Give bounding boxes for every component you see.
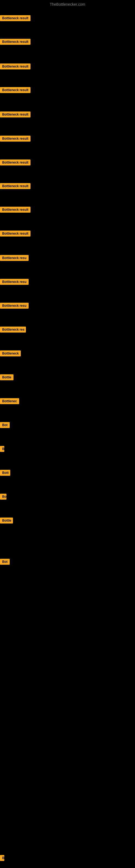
site-title-text: TheBottlenecker.com [50,2,85,6]
bottleneck-badge: Bottleneck result [0,15,31,21]
bottleneck-result-item: Bottleneck [0,350,21,358]
bottleneck-badge: Bottleneck result [0,112,31,118]
bottleneck-badge: Bottleneck result [0,39,31,45]
bottleneck-result-item: Bottle [0,518,13,525]
bottleneck-badge: Bottleneck result [0,230,31,237]
bottleneck-badge: Bo [0,494,6,500]
bottleneck-badge: B [0,446,4,452]
bottleneck-badge: Bottle [0,374,13,380]
bottleneck-badge: Bottle [0,518,13,524]
bottleneck-result-item: Bottleneck result [0,39,31,46]
bottleneck-badge: Bottleneck result [0,135,31,142]
bottleneck-badge: Bottleneck result [0,183,31,189]
bottleneck-result-item: Bottleneck result [0,135,31,143]
bottleneck-badge: Bottleneck res [0,327,26,333]
bottleneck-result-item: Bot [0,422,10,429]
bottleneck-result-item: Bottleneck result [0,230,31,238]
bottleneck-result-item: Bottle [0,374,13,381]
bottleneck-badge: Bot [0,559,10,565]
bottleneck-result-item: Bottleneck res [0,327,26,334]
bottleneck-badge: Bottleneck result [0,207,31,213]
bottleneck-badge: Bot [0,422,10,428]
bottleneck-result-item: Bottleneck resu [0,303,29,310]
bottleneck-badge: Bottleneck result [0,87,31,93]
bottleneck-badge: Bottlenec [0,398,19,404]
bottleneck-result-item: Bottleneck resu [0,255,29,262]
bottleneck-result-item: Bottleneck result [0,63,31,70]
bottleneck-badge: Bottleneck [0,350,21,356]
bottleneck-badge: Bottleneck result [0,159,31,165]
bottleneck-badge: Bottleneck resu [0,303,29,309]
bottleneck-badge: Bottleneck result [0,63,31,69]
bottleneck-result-item: Bo [0,494,6,501]
bottleneck-result-item: B [0,855,4,862]
bottleneck-result-item: Bottleneck result [0,87,31,94]
bottleneck-result-item: Bot [0,559,10,566]
bottleneck-badge: B [0,855,4,861]
bottleneck-badge: Bottleneck resu [0,279,29,285]
bottleneck-result-item: B [0,446,4,453]
bottleneck-result-item: Bottleneck result [0,183,31,190]
bottleneck-result-item: Bottleneck result [0,159,31,166]
bottleneck-result-item: Bottleneck result [0,207,31,214]
bottleneck-badge: Bottleneck resu [0,255,29,261]
bottleneck-result-item: Bottlenec [0,398,19,405]
bottleneck-result-item: Bottleneck result [0,15,31,22]
bottleneck-badge: Bott [0,470,10,476]
bottleneck-result-item: Bottleneck result [0,112,31,119]
bottleneck-result-item: Bott [0,470,10,477]
bottleneck-result-item: Bottleneck resu [0,279,29,286]
site-title: TheBottlenecker.com [0,0,135,9]
